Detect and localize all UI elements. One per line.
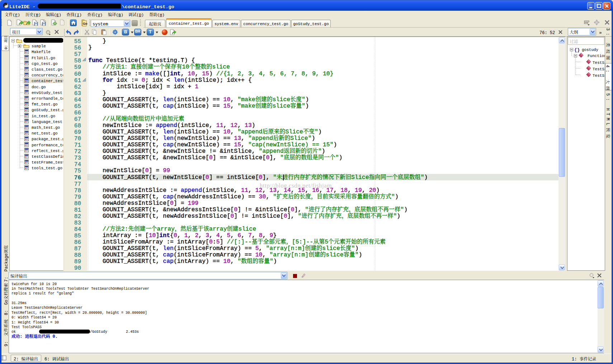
svg-text:Go: Go	[83, 22, 88, 25]
